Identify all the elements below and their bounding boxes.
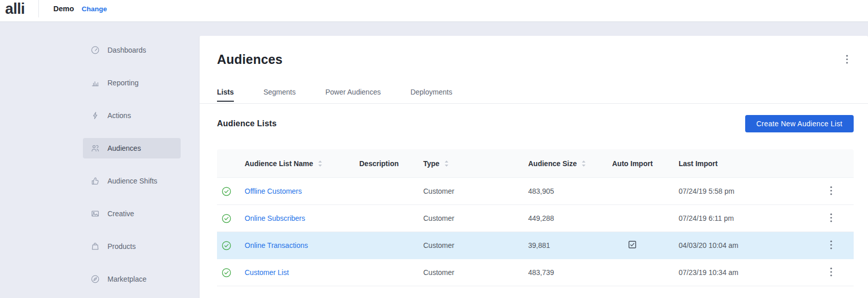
audience-list-name-link[interactable]: Online Transactions — [245, 241, 308, 249]
kebab-menu-icon — [830, 267, 832, 278]
name-cell: Online Transactions — [245, 241, 359, 249]
row-kebab-menu-button[interactable] — [808, 186, 854, 197]
audience-list-name-link[interactable]: Customer List — [245, 268, 289, 277]
sidebar-nav: DashboardsReportingActionsAudiencesAudie… — [83, 40, 181, 298]
change-account-link[interactable]: Change — [82, 5, 107, 17]
last-import-cell: 07/24/19 5:58 pm — [679, 187, 808, 195]
audience-size-cell: 483,739 — [528, 268, 612, 277]
type-cell: Customer — [423, 241, 528, 249]
sidebar-item-products[interactable]: Products — [83, 236, 181, 257]
alli-logo: alli — [5, 2, 25, 20]
sort-icon — [444, 160, 449, 167]
sidebar-item-label: Audience Shifts — [107, 177, 157, 185]
check-circle-icon — [222, 187, 231, 196]
tab-lists[interactable]: Lists — [217, 88, 234, 103]
column-label: Description — [359, 159, 399, 168]
table-row: Offline CustomersCustomer483,90507/24/19… — [217, 178, 854, 205]
audience-size-cell: 39,881 — [528, 241, 612, 249]
column-header-last-import: Last Import — [679, 159, 808, 168]
type-cell: Customer — [423, 187, 528, 195]
topbar-divider — [38, 0, 39, 17]
column-header-audience-size[interactable]: Audience Size — [528, 159, 612, 168]
tab-deployments[interactable]: Deployments — [410, 88, 452, 103]
auto-import-cell — [612, 241, 679, 250]
topbar: alli Demo Change — [0, 0, 868, 22]
status-cell — [217, 187, 245, 196]
sidebar-item-label: Audiences — [107, 144, 141, 152]
check-circle-icon — [222, 268, 231, 278]
audience-size-cell: 483,905 — [528, 187, 612, 195]
audience-list-name-link[interactable]: Online Subscribers — [245, 214, 305, 222]
section-title: Audience Lists — [217, 119, 277, 128]
sidebar-item-label: Marketplace — [107, 275, 146, 283]
image-icon — [91, 209, 100, 218]
type-cell: Customer — [423, 214, 528, 222]
page-title: Audiences — [217, 52, 283, 67]
table-header: Audience List NameDescriptionTypeAudienc… — [217, 149, 854, 178]
page-kebab-menu-button[interactable] — [840, 53, 854, 66]
table-row: Online TransactionsCustomer39,88104/03/2… — [217, 232, 854, 259]
kebab-menu-icon — [830, 213, 832, 224]
thumbs-up-icon — [91, 176, 100, 186]
status-cell — [217, 241, 245, 250]
sidebar-item-actions[interactable]: Actions — [83, 105, 181, 126]
kebab-menu-icon — [830, 186, 832, 197]
tab-bar: ListsSegmentsPower AudiencesDeployments — [200, 88, 868, 104]
audience-list-name-link[interactable]: Offline Customers — [245, 187, 302, 195]
row-kebab-menu-button[interactable] — [808, 240, 854, 251]
column-header-type[interactable]: Type — [423, 159, 528, 168]
gauge-icon — [91, 45, 100, 55]
check-circle-icon — [222, 241, 231, 250]
type-cell: Customer — [423, 268, 528, 277]
sidebar-item-audiences[interactable]: Audiences — [83, 138, 181, 158]
table-row: Customer ListCustomer483,73907/23/19 10:… — [217, 259, 854, 286]
audience-size-cell: 449,288 — [528, 214, 612, 222]
row-kebab-menu-button[interactable] — [808, 267, 854, 278]
sidebar-item-label: Actions — [107, 111, 131, 120]
status-cell — [217, 268, 245, 278]
name-cell: Customer List — [245, 268, 359, 277]
main-panel: Audiences ListsSegmentsPower AudiencesDe… — [200, 36, 868, 298]
tab-segments[interactable]: Segments — [264, 88, 296, 103]
bag-icon — [91, 242, 100, 251]
sidebar-item-label: Reporting — [107, 79, 139, 87]
kebab-menu-icon — [830, 240, 832, 251]
section-header: Audience Lists Create New Audience List — [217, 115, 854, 132]
column-label: Audience Size — [528, 159, 577, 168]
last-import-cell: 07/24/19 6:11 pm — [679, 214, 808, 222]
sort-icon — [318, 160, 322, 167]
page-header: Audiences — [217, 36, 854, 68]
tab-power-audiences[interactable]: Power Audiences — [326, 88, 381, 103]
sidebar: DashboardsReportingActionsAudiencesAudie… — [0, 22, 200, 298]
check-circle-icon — [222, 214, 231, 223]
audience-lists-table: Audience List NameDescriptionTypeAudienc… — [217, 149, 854, 286]
name-cell: Offline Customers — [245, 187, 359, 195]
sidebar-item-audience-shifts[interactable]: Audience Shifts — [83, 171, 181, 191]
sidebar-item-dashboards[interactable]: Dashboards — [83, 40, 181, 60]
column-label: Auto Import — [612, 159, 653, 168]
sidebar-item-reporting[interactable]: Reporting — [83, 73, 181, 93]
column-label: Type — [423, 159, 440, 168]
sidebar-item-marketplace[interactable]: Marketplace — [83, 269, 181, 289]
bar-chart-icon — [91, 78, 100, 87]
sidebar-item-label: Products — [107, 242, 136, 250]
status-cell — [217, 214, 245, 223]
column-header-auto-import: Auto Import — [612, 159, 679, 168]
create-new-audience-list-button[interactable]: Create New Audience List — [745, 115, 854, 132]
table-body: Offline CustomersCustomer483,90507/24/19… — [217, 178, 854, 286]
people-icon — [91, 144, 100, 153]
row-kebab-menu-button[interactable] — [808, 213, 854, 224]
sidebar-item-creative[interactable]: Creative — [83, 203, 181, 224]
sidebar-item-label: Dashboards — [107, 46, 146, 54]
account-name: Demo — [53, 5, 74, 17]
column-label: Last Import — [679, 159, 718, 168]
column-header-description: Description — [359, 159, 423, 168]
last-import-cell: 07/23/19 10:34 am — [679, 268, 808, 277]
name-cell: Online Subscribers — [245, 214, 359, 222]
sort-icon — [581, 160, 586, 167]
kebab-menu-icon — [846, 55, 848, 64]
lightning-icon — [91, 111, 100, 120]
column-header-audience-list-name[interactable]: Audience List Name — [245, 159, 359, 168]
checkbox-checked-icon[interactable] — [628, 241, 636, 250]
sidebar-item-label: Creative — [107, 210, 134, 218]
